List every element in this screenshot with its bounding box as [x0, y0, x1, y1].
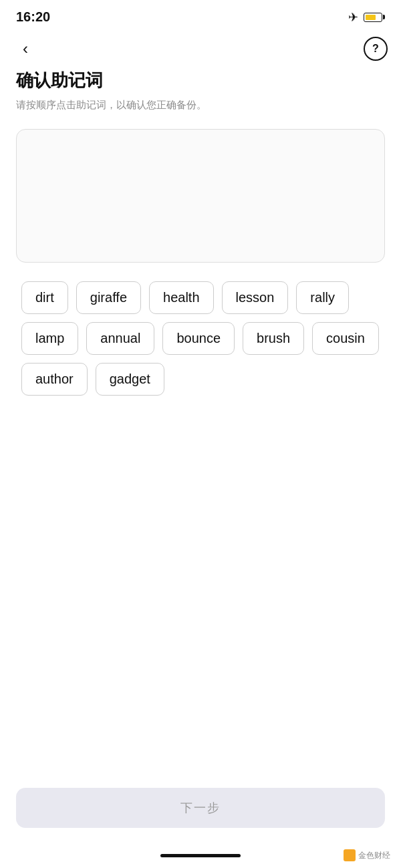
- word-chip-bounce[interactable]: bounce: [162, 322, 235, 355]
- word-chip-rally[interactable]: rally: [296, 281, 349, 314]
- help-button[interactable]: ?: [364, 37, 388, 61]
- back-button[interactable]: ‹: [13, 37, 37, 61]
- watermark-text: 金色财经: [358, 850, 390, 861]
- airplane-icon: ✈: [348, 10, 358, 25]
- status-time: 16:20: [16, 9, 50, 25]
- word-chip-dirt[interactable]: dirt: [21, 281, 68, 314]
- page-title: 确认助记词: [16, 69, 385, 92]
- main-content: 确认助记词 请按顺序点击助记词，以确认您正确备份。 dirtgiraffehea…: [0, 69, 401, 396]
- word-chip-lamp[interactable]: lamp: [21, 322, 78, 355]
- word-chip-brush[interactable]: brush: [243, 322, 304, 355]
- next-button-wrapper: 下一步: [16, 788, 385, 828]
- watermark-logo: [344, 849, 356, 861]
- status-bar: 16:20 ✈: [0, 0, 401, 31]
- status-icons: ✈: [348, 10, 385, 25]
- nav-bar: ‹ ?: [0, 31, 401, 69]
- watermark: 金色财经: [344, 849, 390, 861]
- word-chip-giraffe[interactable]: giraffe: [76, 281, 141, 314]
- answer-area: [16, 129, 385, 263]
- next-button[interactable]: 下一步: [16, 788, 385, 828]
- bottom-bar: [160, 854, 241, 857]
- page-subtitle: 请按顺序点击助记词，以确认您正确备份。: [16, 98, 385, 113]
- word-chip-annual[interactable]: annual: [86, 322, 154, 355]
- battery-icon: [364, 13, 385, 22]
- word-chip-gadget[interactable]: gadget: [96, 363, 164, 396]
- words-container: dirtgiraffehealthlessonrallylampannualbo…: [16, 281, 385, 396]
- word-chip-health[interactable]: health: [149, 281, 214, 314]
- word-chip-cousin[interactable]: cousin: [312, 322, 379, 355]
- home-indicator: [160, 854, 241, 857]
- word-chip-author[interactable]: author: [21, 363, 88, 396]
- word-chip-lesson[interactable]: lesson: [222, 281, 289, 314]
